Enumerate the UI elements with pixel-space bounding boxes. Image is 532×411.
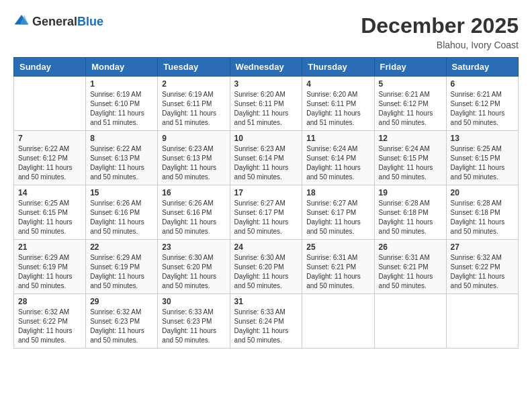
table-row: 29Sunrise: 6:32 AM Sunset: 6:23 PM Dayli… [86, 294, 158, 349]
table-row [446, 294, 518, 349]
day-number: 21 [18, 242, 81, 252]
calendar-week-3: 14Sunrise: 6:25 AM Sunset: 6:15 PM Dayli… [14, 185, 519, 240]
day-info: Sunrise: 6:25 AM Sunset: 6:15 PM Dayligh… [451, 144, 514, 182]
day-info: Sunrise: 6:19 AM Sunset: 6:11 PM Dayligh… [162, 90, 225, 128]
day-number: 8 [90, 134, 153, 143]
day-number: 27 [451, 242, 514, 252]
day-info: Sunrise: 6:22 AM Sunset: 6:13 PM Dayligh… [90, 144, 153, 182]
day-info: Sunrise: 6:20 AM Sunset: 6:11 PM Dayligh… [306, 90, 369, 128]
table-row: 21Sunrise: 6:29 AM Sunset: 6:19 PM Dayli… [14, 240, 86, 294]
col-wednesday: Wednesday [230, 58, 302, 77]
col-thursday: Thursday [302, 58, 374, 77]
day-number: 28 [18, 297, 81, 306]
header: GeneralBlue December 2025 Blahou, Ivory … [13, 13, 519, 50]
table-row: 5Sunrise: 6:21 AM Sunset: 6:12 PM Daylig… [374, 77, 446, 131]
table-row: 2Sunrise: 6:19 AM Sunset: 6:11 PM Daylig… [158, 77, 230, 131]
logo: GeneralBlue [13, 13, 103, 30]
day-number: 11 [306, 134, 369, 143]
day-number: 2 [162, 79, 225, 89]
day-number: 24 [234, 242, 298, 252]
day-info: Sunrise: 6:21 AM Sunset: 6:12 PM Dayligh… [451, 90, 514, 128]
table-row [14, 77, 86, 131]
table-row: 15Sunrise: 6:26 AM Sunset: 6:16 PM Dayli… [86, 185, 158, 240]
calendar-week-4: 21Sunrise: 6:29 AM Sunset: 6:19 PM Dayli… [14, 240, 519, 294]
table-row: 27Sunrise: 6:32 AM Sunset: 6:22 PM Dayli… [446, 240, 518, 294]
table-row: 13Sunrise: 6:25 AM Sunset: 6:15 PM Dayli… [446, 131, 518, 185]
day-number: 14 [18, 188, 81, 197]
day-info: Sunrise: 6:23 AM Sunset: 6:13 PM Dayligh… [162, 144, 225, 182]
day-info: Sunrise: 6:31 AM Sunset: 6:21 PM Dayligh… [379, 253, 442, 291]
day-number: 10 [234, 134, 298, 143]
day-number: 17 [234, 188, 298, 197]
day-number: 5 [379, 79, 442, 89]
day-info: Sunrise: 6:21 AM Sunset: 6:12 PM Dayligh… [379, 90, 442, 128]
table-row: 30Sunrise: 6:33 AM Sunset: 6:23 PM Dayli… [158, 294, 230, 349]
logo-general: GeneralBlue [32, 15, 103, 29]
day-number: 31 [234, 297, 298, 306]
calendar-table: Sunday Monday Tuesday Wednesday Thursday… [13, 57, 519, 349]
table-row: 7Sunrise: 6:22 AM Sunset: 6:12 PM Daylig… [14, 131, 86, 185]
table-row: 1Sunrise: 6:19 AM Sunset: 6:10 PM Daylig… [86, 77, 158, 131]
table-row: 26Sunrise: 6:31 AM Sunset: 6:21 PM Dayli… [374, 240, 446, 294]
col-saturday: Saturday [446, 58, 518, 77]
generalblue-icon [13, 13, 30, 27]
day-number: 9 [162, 134, 225, 143]
table-row: 17Sunrise: 6:27 AM Sunset: 6:17 PM Dayli… [230, 185, 302, 240]
table-row [302, 294, 374, 349]
day-info: Sunrise: 6:32 AM Sunset: 6:22 PM Dayligh… [18, 308, 81, 345]
table-row: 4Sunrise: 6:20 AM Sunset: 6:11 PM Daylig… [302, 77, 374, 131]
day-number: 7 [18, 134, 81, 143]
day-number: 3 [234, 79, 298, 89]
day-info: Sunrise: 6:20 AM Sunset: 6:11 PM Dayligh… [234, 90, 298, 128]
day-number: 26 [379, 242, 442, 252]
day-info: Sunrise: 6:29 AM Sunset: 6:19 PM Dayligh… [90, 253, 153, 291]
day-info: Sunrise: 6:33 AM Sunset: 6:24 PM Dayligh… [234, 308, 298, 345]
table-row: 20Sunrise: 6:28 AM Sunset: 6:18 PM Dayli… [446, 185, 518, 240]
title-area: December 2025 Blahou, Ivory Coast [361, 13, 519, 50]
day-number: 30 [162, 297, 225, 306]
day-info: Sunrise: 6:28 AM Sunset: 6:18 PM Dayligh… [379, 199, 442, 236]
table-row: 19Sunrise: 6:28 AM Sunset: 6:18 PM Dayli… [374, 185, 446, 240]
table-row: 8Sunrise: 6:22 AM Sunset: 6:13 PM Daylig… [86, 131, 158, 185]
col-tuesday: Tuesday [158, 58, 230, 77]
day-info: Sunrise: 6:28 AM Sunset: 6:18 PM Dayligh… [451, 199, 514, 236]
day-info: Sunrise: 6:26 AM Sunset: 6:16 PM Dayligh… [90, 199, 153, 236]
day-info: Sunrise: 6:27 AM Sunset: 6:17 PM Dayligh… [306, 199, 369, 236]
day-info: Sunrise: 6:24 AM Sunset: 6:14 PM Dayligh… [306, 144, 369, 182]
day-number: 15 [90, 188, 153, 197]
day-info: Sunrise: 6:32 AM Sunset: 6:22 PM Dayligh… [451, 253, 514, 291]
day-info: Sunrise: 6:30 AM Sunset: 6:20 PM Dayligh… [234, 253, 298, 291]
table-row: 14Sunrise: 6:25 AM Sunset: 6:15 PM Dayli… [14, 185, 86, 240]
table-row: 11Sunrise: 6:24 AM Sunset: 6:14 PM Dayli… [302, 131, 374, 185]
location-subtitle: Blahou, Ivory Coast [361, 40, 519, 50]
table-row: 16Sunrise: 6:26 AM Sunset: 6:16 PM Dayli… [158, 185, 230, 240]
day-info: Sunrise: 6:32 AM Sunset: 6:23 PM Dayligh… [90, 308, 153, 345]
col-friday: Friday [374, 58, 446, 77]
day-info: Sunrise: 6:23 AM Sunset: 6:14 PM Dayligh… [234, 144, 298, 182]
table-row: 31Sunrise: 6:33 AM Sunset: 6:24 PM Dayli… [230, 294, 302, 349]
calendar-week-1: 1Sunrise: 6:19 AM Sunset: 6:10 PM Daylig… [14, 77, 519, 131]
table-row: 10Sunrise: 6:23 AM Sunset: 6:14 PM Dayli… [230, 131, 302, 185]
table-row: 28Sunrise: 6:32 AM Sunset: 6:22 PM Dayli… [14, 294, 86, 349]
calendar-header-row: Sunday Monday Tuesday Wednesday Thursday… [14, 58, 519, 77]
day-info: Sunrise: 6:25 AM Sunset: 6:15 PM Dayligh… [18, 199, 81, 236]
table-row: 24Sunrise: 6:30 AM Sunset: 6:20 PM Dayli… [230, 240, 302, 294]
day-number: 20 [451, 188, 514, 197]
calendar-week-2: 7Sunrise: 6:22 AM Sunset: 6:12 PM Daylig… [14, 131, 519, 185]
day-number: 23 [162, 242, 225, 252]
table-row: 22Sunrise: 6:29 AM Sunset: 6:19 PM Dayli… [86, 240, 158, 294]
day-number: 16 [162, 188, 225, 197]
table-row: 18Sunrise: 6:27 AM Sunset: 6:17 PM Dayli… [302, 185, 374, 240]
day-number: 19 [379, 188, 442, 197]
day-number: 22 [90, 242, 153, 252]
month-year-title: December 2025 [361, 13, 519, 38]
day-info: Sunrise: 6:29 AM Sunset: 6:19 PM Dayligh… [18, 253, 81, 291]
col-monday: Monday [86, 58, 158, 77]
day-info: Sunrise: 6:26 AM Sunset: 6:16 PM Dayligh… [162, 199, 225, 236]
day-number: 13 [451, 134, 514, 143]
day-info: Sunrise: 6:19 AM Sunset: 6:10 PM Dayligh… [90, 90, 153, 128]
table-row: 9Sunrise: 6:23 AM Sunset: 6:13 PM Daylig… [158, 131, 230, 185]
day-info: Sunrise: 6:24 AM Sunset: 6:15 PM Dayligh… [379, 144, 442, 182]
day-number: 25 [306, 242, 369, 252]
table-row [374, 294, 446, 349]
